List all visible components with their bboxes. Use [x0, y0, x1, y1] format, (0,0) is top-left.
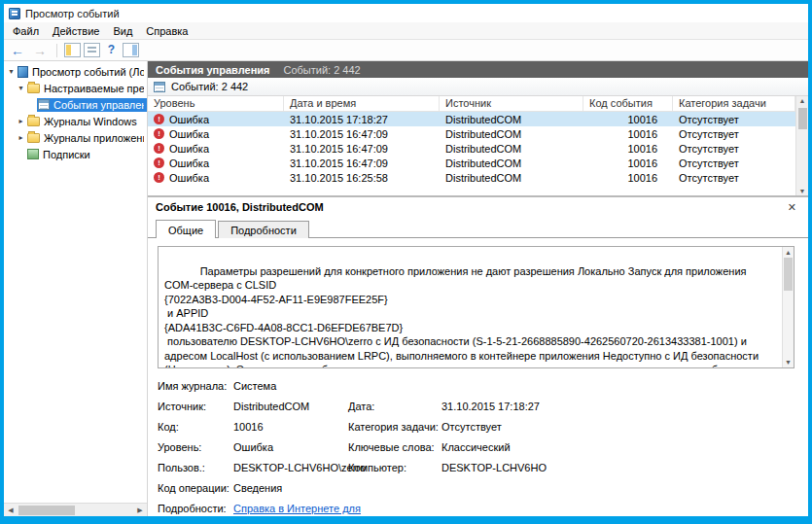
field-label: Уровень:	[158, 437, 233, 458]
menu-view[interactable]: Вид	[106, 24, 139, 38]
tree-item-custom-views[interactable]: ▾ Настраиваемые представлени	[4, 80, 147, 96]
tree-horizontal-scrollbar[interactable]: ◀ ▶	[4, 503, 147, 516]
field-label: Имя журнала:	[158, 376, 233, 397]
field-value: DistributedCOM	[233, 397, 348, 417]
event-description-box: Параметры разрешений для конкретного при…	[158, 246, 794, 368]
custom-view-icon	[38, 99, 50, 110]
scroll-up-icon[interactable]: ▲	[783, 248, 794, 257]
tree-item-windows-logs[interactable]: ▸ Журналы Windows	[4, 113, 147, 129]
event-viewer-app-icon	[9, 8, 20, 19]
main-panel: События управления Событий: 2 442 Событи…	[148, 61, 808, 516]
forward-icon[interactable]: →	[30, 44, 50, 57]
close-icon[interactable]: ✕	[784, 201, 800, 214]
tab-general[interactable]: Общие	[156, 220, 216, 238]
event-fields: Имя журнала: Система Источник: Distribut…	[158, 376, 794, 516]
column-header-category[interactable]: Категория задачи	[673, 96, 795, 111]
error-icon: !	[154, 143, 164, 154]
field-label: Компьютер:	[348, 458, 441, 478]
cell-level: Ошибка	[169, 157, 209, 169]
folder-icon	[27, 84, 40, 93]
detail-title: Событие 10016, DistributedCOM	[156, 201, 324, 213]
content-area: ▾ Просмотр событий (Локальн ▾ Настраивае…	[4, 61, 808, 516]
collapse-arrow-icon[interactable]: ▸	[16, 117, 26, 125]
scrollbar-thumb[interactable]	[798, 108, 807, 129]
cell-category: Отсутствует	[673, 157, 795, 169]
field-value: DESKTOP-LCHV6HO\zerro	[233, 458, 348, 478]
action-pane-icon[interactable]	[123, 43, 139, 57]
field-label: Код:	[158, 417, 233, 437]
list-vertical-scrollbar[interactable]: ▲ ▼	[795, 96, 808, 195]
menu-file[interactable]: Файл	[6, 24, 46, 38]
table-row[interactable]: !Ошибка 31.10.2015 17:18:27 DistributedC…	[148, 112, 795, 126]
properties-icon[interactable]	[84, 43, 100, 57]
table-header: Уровень Дата и время Источник Код событи…	[148, 96, 795, 112]
field-label: Дата:	[348, 397, 441, 417]
tree-item-admin-events[interactable]: События управления	[4, 96, 147, 113]
results-header-title: События управления	[156, 64, 269, 76]
field-value: DESKTOP-LCHV6HO	[441, 458, 794, 478]
cell-eventid: 10016	[583, 128, 673, 140]
events-table-icon	[154, 82, 165, 92]
cell-datetime: 31.10.2015 17:18:27	[284, 114, 440, 125]
scroll-right-icon[interactable]: ▶	[134, 507, 146, 514]
cell-category: Отсутствует	[673, 172, 795, 184]
scroll-down-icon[interactable]: ▼	[783, 358, 794, 367]
cell-datetime: 31.10.2015 16:47:09	[284, 143, 440, 155]
menu-action[interactable]: Действие	[46, 24, 106, 38]
expand-arrow-icon[interactable]: ▾	[6, 67, 17, 76]
cell-source: DistributedCOM	[440, 114, 583, 125]
cell-eventid: 10016	[583, 143, 673, 155]
online-help-link[interactable]: Справка в Интернете для	[233, 503, 361, 514]
column-header-eventid[interactable]: Код события	[583, 96, 673, 111]
table-row[interactable]: !Ошибка 31.10.2015 16:47:09 DistributedC…	[148, 126, 795, 141]
cell-datetime: 31.10.2015 16:25:58	[284, 172, 440, 184]
cell-category: Отсутствует	[673, 114, 795, 125]
tree-item-subscriptions[interactable]: Подписки	[4, 146, 147, 162]
menu-help[interactable]: Справка	[139, 24, 194, 38]
tree-item-app-logs[interactable]: ▸ Журналы приложений и сл	[4, 129, 147, 146]
cell-source: DistributedCOM	[440, 172, 583, 184]
description-scrollbar[interactable]: ▲ ▼	[782, 247, 794, 367]
table-row[interactable]: !Ошибка 31.10.2015 16:25:58 DistributedC…	[148, 170, 795, 185]
expand-arrow-icon[interactable]: ▾	[16, 84, 26, 92]
table-row[interactable]: !Ошибка 31.10.2015 16:47:09 DistributedC…	[148, 141, 795, 156]
help-icon[interactable]: ?	[103, 43, 120, 57]
cell-source: DistributedCOM	[440, 157, 583, 169]
field-value: Отсутствует	[441, 417, 794, 437]
results-header: События управления Событий: 2 442	[148, 61, 808, 78]
cell-category: Отсутствует	[673, 128, 795, 140]
column-header-source[interactable]: Источник	[440, 96, 583, 111]
cell-source: DistributedCOM	[440, 128, 583, 140]
tree-item-label: Настраиваемые представлени	[44, 83, 144, 94]
tree-item-event-viewer-root[interactable]: ▾ Просмотр событий (Локальн	[4, 63, 147, 80]
cell-level: Ошибка	[169, 143, 209, 155]
event-detail-panel: Событие 10016, DistributedCOM ✕ Общие По…	[148, 196, 808, 516]
table-row[interactable]: !Ошибка 31.10.2015 16:47:09 DistributedC…	[148, 156, 795, 170]
field-label: Подробности:	[158, 499, 233, 516]
show-console-tree-icon[interactable]	[64, 43, 81, 57]
collapse-arrow-icon[interactable]: ▸	[16, 133, 26, 142]
window-title: Просмотр событий	[25, 8, 120, 19]
tree-item-label: Журналы Windows	[44, 116, 137, 127]
event-rows: !Ошибка 31.10.2015 17:18:27 DistributedC…	[148, 112, 795, 195]
toolbar-separator	[56, 44, 57, 57]
scrollbar-thumb[interactable]	[784, 258, 793, 291]
menubar: Файл Действие Вид Справка	[4, 22, 808, 40]
cell-eventid: 10016	[583, 172, 673, 184]
detail-titlebar: Событие 10016, DistributedCOM ✕	[148, 197, 808, 217]
field-value: Сведения	[233, 478, 348, 499]
scroll-down-icon[interactable]: ▼	[796, 188, 808, 194]
cell-eventid: 10016	[583, 114, 673, 125]
results-header-count: Событий: 2 442	[283, 64, 360, 76]
scroll-up-icon[interactable]: ▲	[796, 97, 808, 104]
tab-details[interactable]: Подробности	[218, 221, 309, 238]
detail-tabs: Общие Подробности	[148, 217, 808, 238]
toolbar: ← → ?	[4, 40, 808, 61]
detail-body: Параметры разрешений для конкретного при…	[148, 238, 808, 516]
cell-source: DistributedCOM	[440, 143, 583, 155]
column-header-level[interactable]: Уровень	[148, 96, 284, 111]
column-header-datetime[interactable]: Дата и время	[284, 96, 440, 111]
scrollbar-thumb[interactable]	[18, 506, 75, 515]
scroll-left-icon[interactable]: ◀	[5, 507, 17, 514]
back-icon[interactable]: ←	[8, 44, 27, 57]
